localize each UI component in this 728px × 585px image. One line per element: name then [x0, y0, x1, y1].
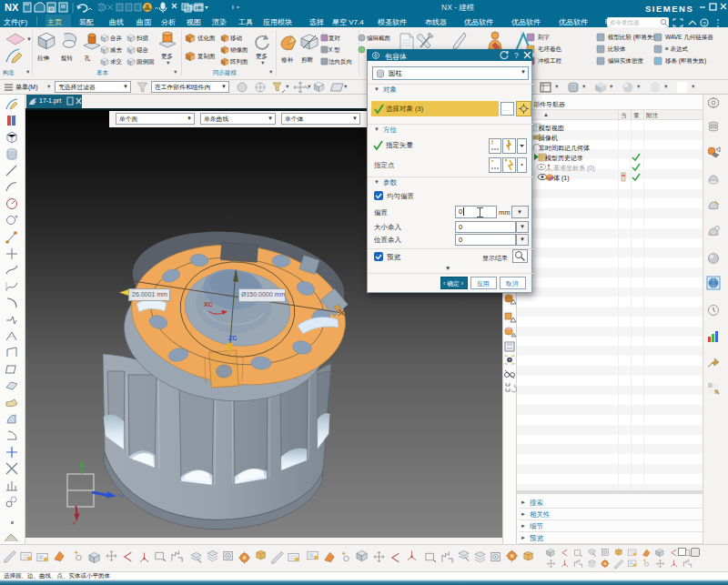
svg-text:?: ? [703, 21, 706, 26]
svg-text:?: ? [514, 51, 519, 60]
svg-text:窗口: 窗口 [188, 4, 203, 12]
svg-text:!: ! [491, 139, 493, 146]
